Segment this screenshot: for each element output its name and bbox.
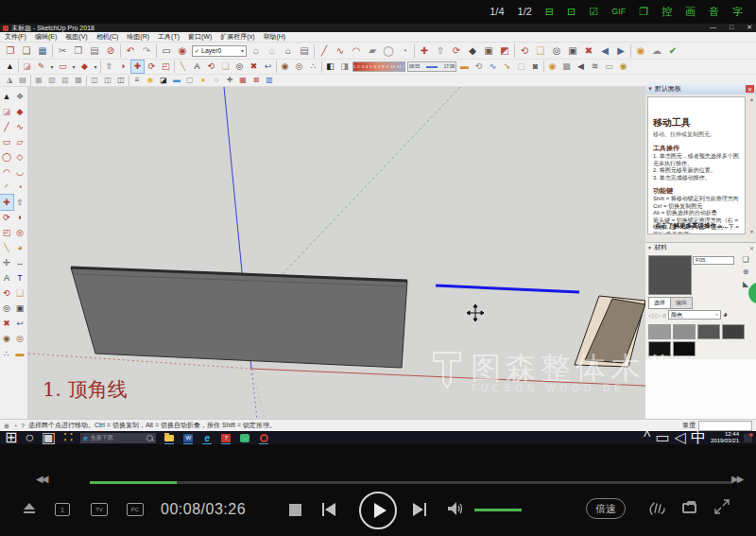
paint-icon[interactable]: ◆ <box>466 44 479 58</box>
gray-style-icon[interactable]: ◨ <box>338 61 351 73</box>
tray-close-icon[interactable]: ✕ <box>746 85 754 93</box>
capture-check-icon[interactable]: ☑ <box>589 7 598 17</box>
wechat-icon[interactable]: … <box>239 433 250 443</box>
circle-icon[interactable]: ◯ <box>382 44 395 58</box>
offset-tool[interactable]: ◎ <box>13 225 26 240</box>
follow-me-tool-icon[interactable]: ◗ <box>117 61 129 73</box>
bezier-icon[interactable]: ∿ <box>487 61 499 73</box>
tape-measure-tool[interactable]: ╲ <box>0 240 13 255</box>
building-view-icon[interactable]: ⌂ <box>266 44 279 58</box>
paint-tool-icon[interactable]: ◆ <box>78 61 91 73</box>
copy-frames-icon[interactable]: ❐ <box>639 7 648 17</box>
3d-text-tool[interactable]: T <box>13 270 26 285</box>
previous-view-tool[interactable]: ↩ <box>13 316 26 331</box>
color-swatch[interactable] <box>722 324 745 339</box>
section-fill-icon[interactable]: ◩ <box>498 44 511 58</box>
menu-camera[interactable]: 相机(C) <box>96 32 119 42</box>
print-icon[interactable]: ▭ <box>160 44 173 58</box>
selected-edge[interactable] <box>436 285 579 292</box>
previous-view-icon[interactable]: ↩ <box>262 61 274 73</box>
menu-help[interactable]: 帮助(H) <box>263 32 285 42</box>
text-tool-icon[interactable]: A <box>191 61 203 73</box>
pan-tool-icon[interactable]: ❑ <box>219 61 232 73</box>
clock[interactable]: 12:442019/03/21 <box>711 431 739 443</box>
credits-icon[interactable]: ◔ <box>13 423 17 429</box>
pie-icon[interactable]: ◔ <box>398 44 411 58</box>
color-swatch[interactable] <box>648 341 671 356</box>
stairs-icon[interactable]: ▤ <box>298 44 311 58</box>
crosshair-icon[interactable]: ✛ <box>224 76 235 86</box>
move-tool-icon[interactable]: ✚ <box>131 61 144 73</box>
two-point-arc-tool[interactable]: ◡ <box>13 164 26 180</box>
film-icon-1[interactable]: ◫ <box>89 76 100 86</box>
scale-tool[interactable]: ◰ <box>0 225 13 240</box>
grid-icon[interactable]: ▩ <box>560 61 573 73</box>
move-tool[interactable]: ✚ <box>0 195 13 210</box>
open-file-icon[interactable]: ❏ <box>20 44 33 58</box>
zoom-tool-icon[interactable]: ◎ <box>233 61 246 73</box>
word-icon[interactable]: W <box>182 433 194 443</box>
position-camera-icon[interactable]: ◉ <box>279 61 291 73</box>
menu-draw[interactable]: 绘图(R) <box>127 32 149 42</box>
look-around-icon[interactable]: ◎ <box>293 61 305 73</box>
record-region-icon[interactable]: ⊡ <box>567 7 576 17</box>
color-grid-icon[interactable]: ▦ <box>237 76 249 86</box>
undo-icon[interactable]: ↶ <box>124 44 137 58</box>
progress-bar[interactable] <box>90 481 732 484</box>
rewind-icon[interactable]: ◀◀ <box>36 474 46 484</box>
draw-extra-icon[interactable]: ➘ <box>501 61 513 73</box>
paste-icon[interactable]: ▤ <box>88 44 101 58</box>
group-icon-2[interactable]: ▧ <box>46 76 58 86</box>
gray-panel-face[interactable] <box>71 268 407 368</box>
scene-view-icon[interactable]: ⌂ <box>282 44 295 58</box>
materials-close-icon[interactable]: ✕ <box>749 245 754 251</box>
shopping-cart-icon[interactable]: ▥ <box>264 76 275 86</box>
save-icon[interactable]: ▦ <box>36 44 49 58</box>
materials-header[interactable]: ▼ 材料 ✕ <box>645 243 756 252</box>
text-tool[interactable]: A <box>0 270 13 285</box>
close-button[interactable]: ✕ <box>747 24 752 31</box>
zoom-window-icon[interactable]: ▣ <box>566 44 579 58</box>
half-size-button[interactable]: 1/2 <box>518 7 532 17</box>
blue-material-icon[interactable]: ▬ <box>171 76 182 86</box>
line-tool[interactable]: ╱ <box>0 119 13 134</box>
warning-icon[interactable]: ◉ <box>634 44 647 58</box>
pan-icon[interactable]: ❑ <box>534 44 547 58</box>
eraser-tool-icon[interactable]: ◪ <box>21 61 33 73</box>
stop-button[interactable] <box>289 504 301 516</box>
zoom-tool[interactable]: ◎ <box>0 301 13 316</box>
erase-icon[interactable]: ⊘ <box>104 44 117 58</box>
volume-slider[interactable] <box>474 509 522 511</box>
look-around-tool[interactable]: ◎ <box>13 331 26 346</box>
speaker-icon[interactable]: ◀ <box>575 61 587 73</box>
instructor-more-link[interactable]: 点击了解更多高级操作…… <box>655 222 729 231</box>
draw-icon[interactable]: 画 <box>685 7 696 17</box>
model-viewport[interactable]: 1. 顶角线 <box>28 87 645 419</box>
mixer-icon[interactable]: ≋ <box>589 61 601 73</box>
group-icon-4[interactable]: ▩ <box>73 76 84 86</box>
pan-tool[interactable]: ❑ <box>13 285 26 301</box>
list-icon[interactable]: ≡ <box>131 76 143 86</box>
section-plane-icon[interactable]: ▬ <box>458 61 471 73</box>
polygon-tool[interactable]: ◇ <box>13 149 26 164</box>
start-button[interactable]: ⊞ <box>5 430 17 445</box>
dropdown-arrow[interactable]: ▾ <box>93 61 98 73</box>
pie-tool[interactable]: ◔ <box>13 180 26 195</box>
group-icon-1[interactable]: ▦ <box>33 76 44 86</box>
tray-window-icon[interactable]: ▭ <box>656 430 670 445</box>
cloud-icon[interactable]: ☁ <box>650 44 663 58</box>
file-explorer-icon[interactable] <box>163 433 175 443</box>
pin-frame-icon[interactable]: ⊟ <box>545 7 554 17</box>
zoom-extents-tool[interactable]: ✖ <box>0 316 13 331</box>
instructor-scrollbar[interactable]: ▲▼ <box>748 96 755 234</box>
group-icon-3[interactable]: ▨ <box>60 76 71 86</box>
move-icon[interactable]: ✚ <box>418 44 431 58</box>
arc-icon[interactable]: ◠ <box>350 44 363 58</box>
rectangle-tool-icon[interactable]: ▭ <box>57 61 69 73</box>
menu-window[interactable]: 窗口(W) <box>188 32 212 42</box>
red-app-icon[interactable]: 7 <box>220 433 232 443</box>
terrain-icon[interactable]: ◮ <box>4 76 15 86</box>
expander-icon[interactable]: ▼ <box>647 245 652 251</box>
tray-up-icon[interactable]: ^ <box>644 430 651 445</box>
rotate-tool-icon[interactable]: ⟳ <box>146 61 158 73</box>
